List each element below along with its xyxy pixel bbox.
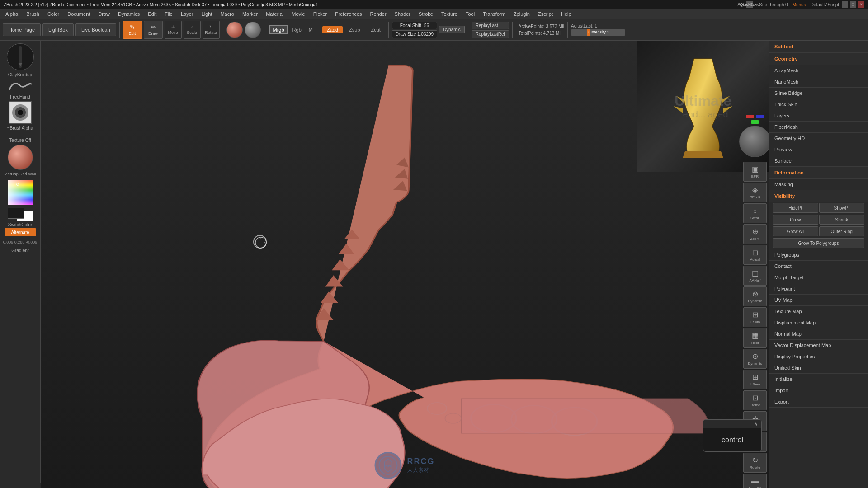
deformation-header[interactable]: Deformation (769, 167, 868, 178)
rotate-icon-btn[interactable]: ↻ Rotate (743, 453, 767, 473)
quicksave-btn[interactable]: QuickSave (746, 1, 753, 8)
replay-last-rel-btn[interactable]: ReplayLastRel (472, 30, 509, 38)
layers-item[interactable]: Layers (769, 110, 868, 121)
geometry-hd-item[interactable]: Geometry HD (769, 133, 868, 144)
actual-btn[interactable]: ◻ Actual (743, 245, 767, 265)
menu-movie[interactable]: Movie (288, 10, 308, 18)
scroll-btn[interactable]: ↕ Scroll (743, 203, 767, 223)
menu-file[interactable]: File (161, 10, 176, 18)
show-pt-btn[interactable]: ShowPt (819, 203, 865, 213)
export-item[interactable]: Export (769, 396, 868, 407)
array-mesh-item[interactable]: ArrayMesh (769, 65, 868, 76)
menu-preferences[interactable]: Preferences (331, 10, 365, 18)
surface-item[interactable]: Surface (769, 155, 868, 166)
menu-transform[interactable]: Transform (479, 10, 509, 18)
close-btn[interactable]: ✕ (858, 1, 864, 8)
menu-macro[interactable]: Macro (217, 10, 238, 18)
menu-stroke[interactable]: Stroke (415, 10, 437, 18)
display-properties-item[interactable]: Display Properties (769, 351, 868, 362)
menu-shader[interactable]: Shader (391, 10, 414, 18)
menu-edit[interactable]: Edit (144, 10, 160, 18)
menu-alpha[interactable]: Alpha (2, 10, 22, 18)
menu-material[interactable]: Material (262, 10, 287, 18)
vector-displacement-map-item[interactable]: Vector Displacement Map (769, 340, 868, 351)
visibility-header[interactable]: Visibility (769, 190, 868, 202)
focal-shift-value[interactable]: Focal Shift -56 (392, 22, 437, 29)
texture-map-item[interactable]: Texture Map (769, 306, 868, 317)
polygroups-item[interactable]: Polygroups (769, 249, 868, 260)
control-overlay-close[interactable]: ∧ (754, 421, 758, 427)
initialize-item[interactable]: Initialize (769, 374, 868, 385)
menus-label[interactable]: Menus (793, 2, 806, 7)
menu-texture[interactable]: Texture (438, 10, 461, 18)
scale-btn[interactable]: ⤢ Scale (184, 21, 201, 39)
live-boolean-btn[interactable]: Live Boolean (75, 23, 116, 36)
lsym2-btn[interactable]: ⊞ L Sym (743, 370, 767, 389)
uv-map-item[interactable]: UV Map (769, 295, 868, 305)
unified-skin-item[interactable]: Unified Skin (769, 362, 868, 373)
matcap-sphere[interactable] (8, 145, 33, 170)
masking-item[interactable]: Masking (769, 179, 868, 190)
lightbox-btn[interactable]: LightBox (42, 23, 74, 36)
fiber-mesh-item[interactable]: FiberMesh (769, 122, 868, 132)
mrgb-btn[interactable]: Mrgb (269, 25, 288, 34)
menu-marker[interactable]: Marker (239, 10, 261, 18)
zoom-btn[interactable]: ⊕ Zoom (743, 224, 767, 244)
contact-item[interactable]: Contact (769, 261, 868, 272)
edit-btn[interactable]: ✎ Edit (123, 21, 142, 39)
menu-draw[interactable]: Draw (94, 10, 113, 18)
geometry-header[interactable]: Geometry (769, 53, 868, 65)
menu-picker[interactable]: Picker (310, 10, 331, 18)
minimize-btn[interactable]: ─ (842, 1, 848, 8)
grow-btn[interactable]: Grow (773, 215, 818, 225)
rotate-btn[interactable]: ↻ Rotate (203, 21, 220, 39)
gizmo-sphere[interactable] (739, 126, 771, 157)
menu-dynamics[interactable]: Dynamics (114, 10, 143, 18)
import-item[interactable]: Import (769, 385, 868, 396)
normal-map-item[interactable]: Normal Map (769, 328, 868, 339)
aahalf-btn[interactable]: ◫ AAHalf (743, 266, 767, 286)
draw-size-value[interactable]: Draw Size 1.03299 (392, 30, 437, 38)
menu-zscript[interactable]: Zscript (534, 10, 557, 18)
morph-target-item[interactable]: Morph Target (769, 272, 868, 283)
menu-render[interactable]: Render (367, 10, 390, 18)
m-btn[interactable]: M (306, 26, 316, 33)
material-sphere[interactable] (226, 22, 243, 38)
menu-brush[interactable]: Brush (23, 10, 43, 18)
maximize-btn[interactable]: □ (850, 1, 856, 8)
viewport[interactable]: Ultimate Lend... aged (41, 41, 769, 488)
freehand-preview[interactable] (7, 79, 34, 93)
outer-ring-btn[interactable]: Outer Ring (819, 226, 865, 236)
dynamic-btn[interactable]: Dynamic (439, 26, 465, 33)
menu-layer[interactable]: Layer (177, 10, 197, 18)
frame-btn[interactable]: ⊡ Frame (743, 390, 767, 410)
subtool-header[interactable]: Subtool (769, 41, 868, 52)
hide-pt-btn[interactable]: HidePt (773, 203, 818, 213)
grow-all-btn[interactable]: Grow All (773, 226, 818, 236)
zsub-btn[interactable]: Zsub (344, 26, 364, 33)
nano-mesh-item[interactable]: NanoMesh (769, 76, 868, 87)
home-page-btn[interactable]: Home Page (3, 23, 41, 36)
preview-item[interactable]: Preview (769, 144, 868, 155)
menu-color[interactable]: Color (44, 10, 63, 18)
render-sphere[interactable] (245, 22, 261, 38)
linefill-btn[interactable]: ▬ Line Fill (743, 474, 767, 488)
displacement-map-item[interactable]: Displacement Map (769, 317, 868, 328)
menu-light[interactable]: Light (198, 10, 216, 18)
menu-tool[interactable]: Tool (462, 10, 478, 18)
brush-alpha-preview[interactable] (9, 101, 32, 124)
color-picker[interactable] (8, 180, 33, 205)
slime-bridge-item[interactable]: Slime Bridge (769, 88, 868, 99)
replay-last-btn[interactable]: ReplayLast (472, 22, 509, 29)
zadd-btn[interactable]: Zadd (322, 26, 343, 33)
zcut-btn[interactable]: Zcut (366, 26, 385, 33)
floor-btn[interactable]: ▦ Floor (743, 328, 767, 348)
thick-skin-item[interactable]: Thick Skin (769, 99, 868, 110)
move-btn[interactable]: ✛ Move (165, 21, 182, 39)
dynamic2-btn[interactable]: ⊛ Dynamic (743, 349, 767, 369)
dynamic-icon-btn[interactable]: ⊛ Dynamic (743, 286, 767, 306)
alternate-btn[interactable]: Alternate (5, 228, 36, 236)
brush-preview[interactable] (7, 43, 34, 70)
spix-btn[interactable]: ◈ SPix 3 (743, 183, 767, 202)
shrink-btn[interactable]: Shrink (819, 215, 865, 225)
